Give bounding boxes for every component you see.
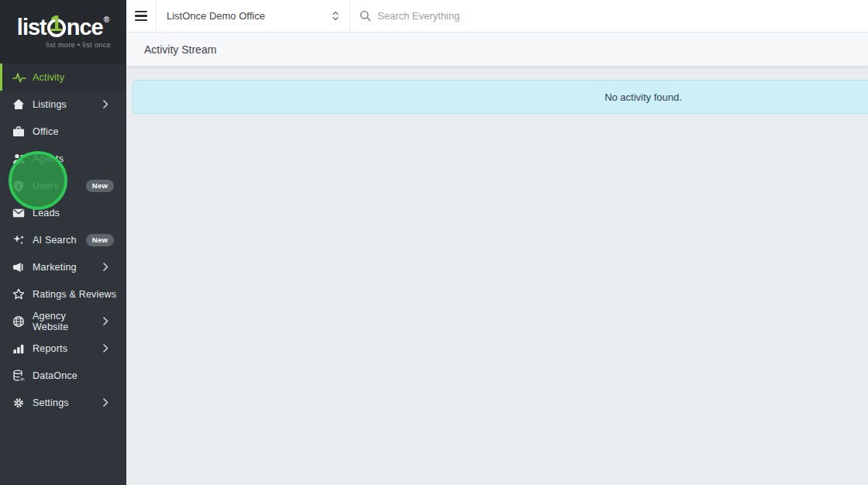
sidebar-item-settings[interactable]: Settings	[0, 389, 126, 416]
sidebar-item-label: Reports	[33, 343, 67, 354]
briefcase-icon	[12, 125, 27, 138]
sidebar-item-label: AI Search	[33, 235, 77, 246]
sidebar-item-reports[interactable]: Reports	[0, 335, 126, 362]
sidebar-item-label: Ratings & Reviews	[33, 289, 116, 300]
alert-message: No activity found.	[604, 91, 682, 103]
chevron-right-icon	[103, 344, 108, 353]
shield-icon: 1	[12, 179, 27, 192]
sidebar-item-users[interactable]: 1 Users New	[0, 172, 126, 199]
sidebar-item-label: Agency Website	[33, 311, 103, 332]
sidebar-item-label: Agents	[33, 153, 64, 164]
svg-text:1: 1	[17, 182, 21, 189]
hamburger-menu-button[interactable]	[126, 0, 156, 32]
sidebar-item-ai-search[interactable]: AI Search New	[0, 226, 126, 253]
logo-text-suffix: nce	[67, 15, 103, 40]
sidebar-item-label: Leads	[33, 208, 60, 218]
office-selector-dropdown[interactable]: ListOnce Demo Office	[157, 0, 350, 32]
sparkles-icon	[12, 233, 27, 246]
sidebar-item-marketing[interactable]: Marketing	[0, 253, 126, 280]
sidebar-item-agency-website[interactable]: Agency Website	[0, 308, 126, 335]
no-activity-alert: No activity found.	[133, 80, 868, 114]
sidebar-item-label: Settings	[33, 397, 69, 408]
sidebar-item-label: Activity	[33, 72, 64, 83]
megaphone-icon	[12, 260, 27, 273]
page-title: Activity Stream	[144, 43, 216, 56]
sidebar-item-activity[interactable]: Activity	[0, 64, 126, 91]
up-down-chevron-icon	[332, 10, 339, 22]
chevron-right-icon	[103, 317, 108, 325]
office-selector-value: ListOnce Demo Office	[167, 10, 332, 22]
search-icon	[360, 10, 371, 22]
new-badge: New	[86, 180, 114, 192]
globe-icon	[12, 315, 27, 328]
sidebar-item-label: Marketing	[33, 262, 77, 273]
sidebar-item-listings[interactable]: Listings	[0, 91, 126, 118]
logo-ring-icon: 1	[47, 19, 66, 37]
sidebar-item-label: Users	[33, 181, 59, 191]
registered-mark: ®	[104, 15, 109, 24]
chevron-right-icon	[103, 398, 108, 407]
search-input[interactable]	[377, 10, 625, 22]
sidebar-item-label: Listings	[33, 99, 67, 110]
logo-one: 1	[50, 12, 63, 35]
sidebar-item-label: Office	[33, 126, 59, 137]
new-badge: New	[86, 234, 114, 246]
sidebar-item-label: DataOnce	[33, 370, 78, 381]
app-window: list1nce® list more • list once Activity…	[0, 0, 868, 485]
logo-text-prefix: list	[17, 15, 46, 40]
page-header: Activity Stream	[126, 33, 868, 66]
listonce-logo: list1nce®	[0, 7, 126, 40]
chevron-right-icon	[103, 263, 108, 271]
sidebar-item-dataonce[interactable]: DataOnce	[0, 362, 126, 389]
sidebar-item-office[interactable]: Office	[0, 118, 126, 145]
people-icon	[12, 152, 27, 165]
chevron-right-icon	[103, 100, 108, 108]
star-icon	[12, 287, 27, 301]
sidebar: list1nce® list more • list once Activity…	[0, 0, 126, 485]
sidebar-item-agents[interactable]: Agents	[0, 145, 126, 172]
topbar: ListOnce Demo Office	[126, 0, 868, 33]
gear-icon	[12, 396, 27, 409]
envelope-icon	[12, 206, 27, 219]
bar-chart-icon	[12, 342, 27, 355]
sidebar-item-leads[interactable]: Leads	[0, 199, 126, 226]
global-search	[350, 0, 868, 32]
logo-tagline: list more • list once	[0, 41, 126, 49]
house-icon	[12, 98, 27, 111]
logo-area: list1nce® list more • list once	[0, 0, 126, 64]
sidebar-menu: Activity Listings Office	[0, 64, 126, 416]
database-icon	[12, 369, 27, 382]
main-content: No activity found.	[126, 66, 868, 485]
sidebar-item-ratings-reviews[interactable]: Ratings & Reviews	[0, 280, 126, 308]
activity-pulse-icon	[12, 71, 27, 84]
